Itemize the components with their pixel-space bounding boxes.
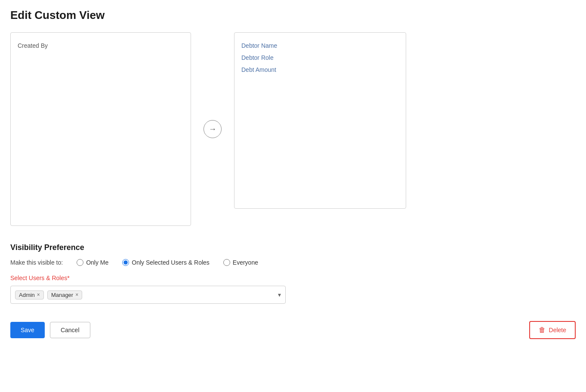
visibility-section: Visibility Preference Make this visible … [10, 243, 576, 304]
radio-everyone[interactable]: Everyone [223, 259, 258, 266]
radio-only-me-label: Only Me [86, 259, 108, 266]
arrow-right-icon: → [209, 125, 216, 134]
trash-icon: 🗑 [539, 326, 546, 334]
visibility-prompt: Make this visible to: [10, 259, 63, 266]
select-users-roles-dropdown[interactable]: Admin × Manager × ▾ [10, 286, 286, 304]
visibility-options-row: Make this visible to: Only Me Only Selec… [10, 259, 576, 266]
cancel-button[interactable]: Cancel [50, 322, 90, 338]
list-item: Created By [18, 40, 184, 52]
arrow-container: → [191, 32, 234, 226]
visibility-section-title: Visibility Preference [10, 243, 576, 252]
list-item: Debt Amount [241, 64, 399, 76]
tag-manager-remove[interactable]: × [75, 292, 78, 297]
list-item: Debtor Name [241, 40, 399, 52]
radio-everyone-input[interactable] [223, 259, 230, 266]
save-button[interactable]: Save [10, 322, 45, 338]
radio-only-me[interactable]: Only Me [77, 259, 108, 266]
tag-admin[interactable]: Admin × [15, 290, 44, 299]
chevron-down-icon: ▾ [278, 291, 281, 298]
tag-manager-label: Manager [51, 292, 73, 298]
left-panel: Created By [10, 32, 191, 226]
tag-admin-label: Admin [19, 292, 35, 298]
move-right-button[interactable]: → [204, 120, 222, 138]
list-item: Debtor Role [241, 52, 399, 64]
page-title: Edit Custom View [10, 9, 576, 22]
radio-only-me-input[interactable] [77, 259, 83, 266]
footer-left-buttons: Save Cancel [10, 322, 90, 338]
delete-button-label: Delete [549, 327, 566, 333]
footer-row: Save Cancel 🗑 Delete [10, 321, 576, 339]
tag-manager[interactable]: Manager × [47, 290, 82, 299]
columns-section: Created By → Debtor Name Debtor Role Deb… [10, 32, 576, 226]
delete-button[interactable]: 🗑 Delete [529, 321, 576, 339]
radio-only-selected-input[interactable] [122, 259, 129, 266]
right-panel: Debtor Name Debtor Role Debt Amount [234, 32, 406, 209]
tag-admin-remove[interactable]: × [37, 292, 40, 297]
select-users-roles-label: Select Users & Roles* [10, 275, 576, 281]
radio-only-selected[interactable]: Only Selected Users & Roles [122, 259, 210, 266]
radio-only-selected-label: Only Selected Users & Roles [132, 259, 210, 266]
radio-everyone-label: Everyone [233, 259, 258, 266]
